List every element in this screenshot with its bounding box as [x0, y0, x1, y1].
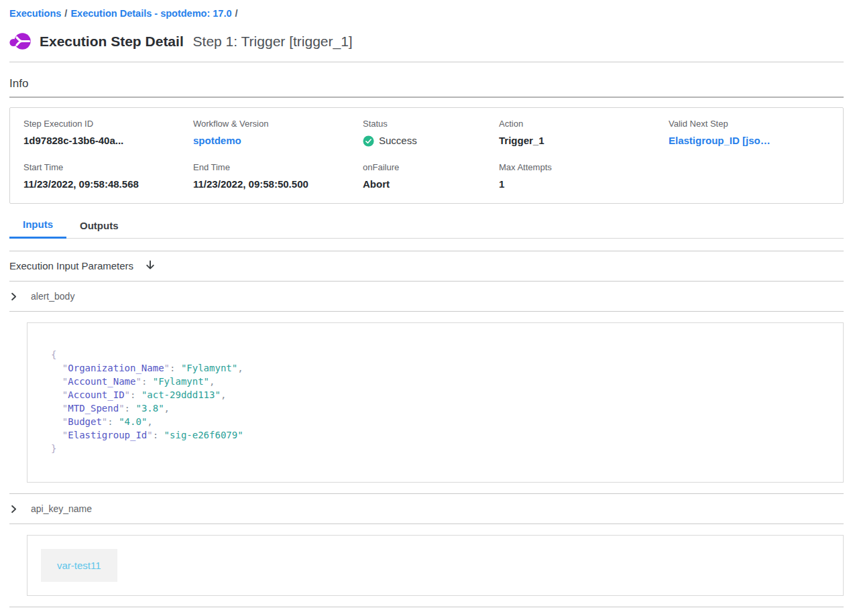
json-entry: Organization_NameFylamynt [51, 361, 819, 375]
json-key: Account_Name [62, 376, 141, 387]
json-key: Organization_Name [62, 363, 170, 373]
field-end-time: End Time 11/23/2022, 09:58:50.500 [193, 162, 363, 191]
param-row-api-key-name[interactable]: api_key_name [9, 494, 844, 523]
field-label: Valid Next Step [669, 119, 836, 129]
chevron-right-icon [9, 505, 18, 513]
workflow-link[interactable]: spotdemo [193, 135, 241, 146]
page-subtitle: Step 1: Trigger [trigger_1] [193, 34, 353, 49]
param-name: alert_body [31, 291, 74, 302]
json-entry: MTD_Spend3.8 [51, 402, 819, 415]
valid-next-step-link[interactable]: Elastigroup_ID [jso… [669, 135, 771, 146]
divider [9, 523, 844, 524]
field-label: Workflow & Version [193, 119, 363, 129]
json-value: Fylamynt [153, 376, 209, 387]
info-card: Step Execution ID 1d97828c-13b6-40a... W… [9, 107, 844, 204]
param-name: api_key_name [31, 503, 92, 514]
field-label: Action [499, 119, 669, 129]
page-title-line: Execution Step Detail Step 1: Trigger [t… [40, 32, 353, 52]
api-key-name-value: var-test11 [41, 549, 117, 582]
field-value: Abort [363, 178, 499, 191]
status-text: Success [379, 134, 417, 147]
info-section-heading: Info [9, 77, 844, 90]
api-key-name-value-panel: var-test11 [27, 535, 844, 596]
json-close-brace: } [51, 443, 56, 454]
json-entry: Elastigroup_Idsig-e26f6079 [51, 428, 819, 442]
field-label: Max Attempts [499, 162, 669, 173]
json-open-brace: { [51, 349, 56, 360]
field-max-attempts: Max Attempts 1 [499, 162, 669, 191]
field-on-failure: onFailure Abort [363, 162, 499, 191]
json-entry: Account_IDact-29ddd113 [51, 388, 819, 402]
execution-input-parameters-title: Execution Input Parameters [9, 260, 133, 271]
json-entry: Account_NameFylamynt [51, 375, 819, 388]
download-arrow-icon[interactable] [144, 259, 156, 271]
page-header: Execution Step Detail Step 1: Trigger [t… [9, 31, 844, 52]
inputs-outputs-tabs: Inputs Outputs [9, 214, 844, 239]
field-start-time: Start Time 11/23/2022, 09:58:48.568 [23, 162, 193, 191]
field-value: Trigger_1 [499, 134, 669, 147]
field-value: 1 [499, 178, 669, 191]
field-action: Action Trigger_1 [499, 119, 669, 147]
param-row-alert-body[interactable]: alert_body [9, 282, 844, 311]
divider [9, 311, 844, 312]
execution-step-detail-page: Executions/Execution Details - spotdemo:… [0, 0, 853, 616]
breadcrumb: Executions/Execution Details - spotdemo:… [9, 7, 844, 20]
page-title: Execution Step Detail [40, 34, 184, 49]
field-label: Status [363, 119, 499, 129]
tab-inputs[interactable]: Inputs [9, 214, 66, 239]
execution-input-parameters-header: Execution Input Parameters [9, 251, 844, 281]
field-value: 11/23/2022, 09:58:50.500 [193, 178, 363, 191]
json-key: MTD_Spend [62, 403, 125, 414]
field-value: 1d97828c-13b6-40a... [23, 134, 193, 147]
json-key: Budget [62, 416, 107, 427]
json-value: 3.8 [135, 403, 164, 414]
field-label: onFailure [363, 162, 499, 173]
field-valid-next-step: Valid Next Step Elastigroup_ID [jso… [669, 119, 836, 147]
breadcrumb-separator: / [232, 8, 241, 19]
divider [9, 97, 844, 98]
field-value: 11/23/2022, 09:58:48.568 [23, 178, 193, 191]
tab-outputs[interactable]: Outputs [66, 214, 132, 239]
field-step-execution-id: Step Execution ID 1d97828c-13b6-40a... [23, 119, 193, 147]
json-key: Account_ID [62, 389, 130, 400]
breadcrumb-link-execution-details[interactable]: Execution Details - spotdemo: 17.0 [70, 8, 231, 19]
json-value: act-29ddd113 [141, 389, 221, 400]
alert-body-value-panel: { Organization_NameFylamynt Account_Name… [27, 322, 844, 483]
field-label: Step Execution ID [23, 119, 193, 129]
success-check-icon [363, 135, 374, 147]
field-label: Start Time [23, 162, 193, 173]
json-value: Fylamynt [181, 363, 237, 373]
divider [9, 62, 844, 62]
breadcrumb-link-executions[interactable]: Executions [9, 8, 61, 19]
json-value: sig-e26f6079 [164, 430, 243, 440]
param-row-api-key-value[interactable]: api_key_value [9, 607, 844, 616]
json-value: 4.0 [119, 416, 147, 427]
breadcrumb-separator: / [61, 8, 70, 19]
field-label: End Time [193, 162, 363, 173]
json-key: Elastigroup_Id [62, 430, 153, 440]
chevron-right-icon [9, 292, 18, 301]
field-status: Status Success [363, 119, 499, 147]
json-entry: Budget4.0 [51, 415, 819, 428]
fylamynt-logo-icon [9, 31, 31, 52]
field-workflow-version: Workflow & Version spotdemo [193, 119, 363, 147]
alert-body-json: { Organization_NameFylamynt Account_Name… [51, 348, 819, 455]
